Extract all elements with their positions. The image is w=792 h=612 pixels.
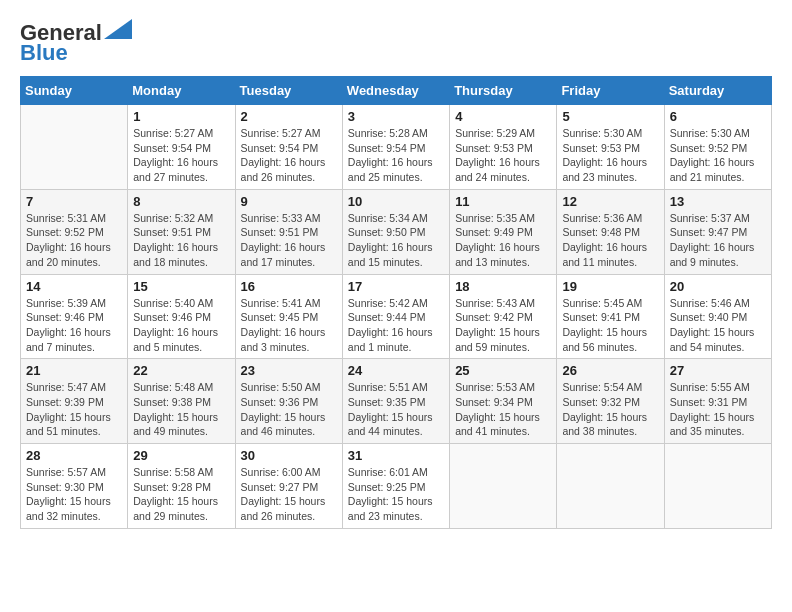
day-info: Sunrise: 5:36 AM Sunset: 9:48 PM Dayligh… <box>562 211 658 270</box>
day-cell: 7Sunrise: 5:31 AM Sunset: 9:52 PM Daylig… <box>21 189 128 274</box>
day-info: Sunrise: 5:54 AM Sunset: 9:32 PM Dayligh… <box>562 380 658 439</box>
day-cell: 16Sunrise: 5:41 AM Sunset: 9:45 PM Dayli… <box>235 274 342 359</box>
col-header-tuesday: Tuesday <box>235 77 342 105</box>
day-cell: 14Sunrise: 5:39 AM Sunset: 9:46 PM Dayli… <box>21 274 128 359</box>
day-info: Sunrise: 5:31 AM Sunset: 9:52 PM Dayligh… <box>26 211 122 270</box>
day-info: Sunrise: 5:34 AM Sunset: 9:50 PM Dayligh… <box>348 211 444 270</box>
day-number: 7 <box>26 194 122 209</box>
header-row: SundayMondayTuesdayWednesdayThursdayFrid… <box>21 77 772 105</box>
day-number: 20 <box>670 279 766 294</box>
day-number: 3 <box>348 109 444 124</box>
week-row-5: 28Sunrise: 5:57 AM Sunset: 9:30 PM Dayli… <box>21 444 772 529</box>
col-header-wednesday: Wednesday <box>342 77 449 105</box>
day-cell: 28Sunrise: 5:57 AM Sunset: 9:30 PM Dayli… <box>21 444 128 529</box>
day-cell: 12Sunrise: 5:36 AM Sunset: 9:48 PM Dayli… <box>557 189 664 274</box>
day-number: 4 <box>455 109 551 124</box>
day-number: 19 <box>562 279 658 294</box>
day-cell: 20Sunrise: 5:46 AM Sunset: 9:40 PM Dayli… <box>664 274 771 359</box>
calendar-table: SundayMondayTuesdayWednesdayThursdayFrid… <box>20 76 772 529</box>
day-cell: 30Sunrise: 6:00 AM Sunset: 9:27 PM Dayli… <box>235 444 342 529</box>
day-info: Sunrise: 6:01 AM Sunset: 9:25 PM Dayligh… <box>348 465 444 524</box>
day-number: 24 <box>348 363 444 378</box>
day-info: Sunrise: 5:27 AM Sunset: 9:54 PM Dayligh… <box>241 126 337 185</box>
day-number: 8 <box>133 194 229 209</box>
day-number: 29 <box>133 448 229 463</box>
day-info: Sunrise: 5:30 AM Sunset: 9:52 PM Dayligh… <box>670 126 766 185</box>
col-header-thursday: Thursday <box>450 77 557 105</box>
logo-blue: Blue <box>20 40 68 66</box>
day-info: Sunrise: 5:55 AM Sunset: 9:31 PM Dayligh… <box>670 380 766 439</box>
day-cell: 26Sunrise: 5:54 AM Sunset: 9:32 PM Dayli… <box>557 359 664 444</box>
day-cell: 5Sunrise: 5:30 AM Sunset: 9:53 PM Daylig… <box>557 105 664 190</box>
day-number: 9 <box>241 194 337 209</box>
day-info: Sunrise: 5:46 AM Sunset: 9:40 PM Dayligh… <box>670 296 766 355</box>
day-cell: 18Sunrise: 5:43 AM Sunset: 9:42 PM Dayli… <box>450 274 557 359</box>
logo: General Blue <box>20 20 132 66</box>
day-number: 1 <box>133 109 229 124</box>
day-number: 5 <box>562 109 658 124</box>
page-header: General Blue <box>20 20 772 66</box>
day-info: Sunrise: 5:53 AM Sunset: 9:34 PM Dayligh… <box>455 380 551 439</box>
day-info: Sunrise: 5:50 AM Sunset: 9:36 PM Dayligh… <box>241 380 337 439</box>
day-info: Sunrise: 5:47 AM Sunset: 9:39 PM Dayligh… <box>26 380 122 439</box>
day-number: 21 <box>26 363 122 378</box>
day-info: Sunrise: 6:00 AM Sunset: 9:27 PM Dayligh… <box>241 465 337 524</box>
day-number: 15 <box>133 279 229 294</box>
day-cell: 23Sunrise: 5:50 AM Sunset: 9:36 PM Dayli… <box>235 359 342 444</box>
day-info: Sunrise: 5:42 AM Sunset: 9:44 PM Dayligh… <box>348 296 444 355</box>
col-header-friday: Friday <box>557 77 664 105</box>
day-cell: 17Sunrise: 5:42 AM Sunset: 9:44 PM Dayli… <box>342 274 449 359</box>
col-header-monday: Monday <box>128 77 235 105</box>
day-number: 28 <box>26 448 122 463</box>
day-number: 2 <box>241 109 337 124</box>
day-info: Sunrise: 5:39 AM Sunset: 9:46 PM Dayligh… <box>26 296 122 355</box>
day-cell <box>450 444 557 529</box>
day-info: Sunrise: 5:29 AM Sunset: 9:53 PM Dayligh… <box>455 126 551 185</box>
day-number: 11 <box>455 194 551 209</box>
day-cell: 13Sunrise: 5:37 AM Sunset: 9:47 PM Dayli… <box>664 189 771 274</box>
day-cell: 19Sunrise: 5:45 AM Sunset: 9:41 PM Dayli… <box>557 274 664 359</box>
day-cell: 8Sunrise: 5:32 AM Sunset: 9:51 PM Daylig… <box>128 189 235 274</box>
day-info: Sunrise: 5:41 AM Sunset: 9:45 PM Dayligh… <box>241 296 337 355</box>
day-info: Sunrise: 5:45 AM Sunset: 9:41 PM Dayligh… <box>562 296 658 355</box>
day-cell <box>557 444 664 529</box>
day-info: Sunrise: 5:43 AM Sunset: 9:42 PM Dayligh… <box>455 296 551 355</box>
day-info: Sunrise: 5:51 AM Sunset: 9:35 PM Dayligh… <box>348 380 444 439</box>
week-row-1: 1Sunrise: 5:27 AM Sunset: 9:54 PM Daylig… <box>21 105 772 190</box>
day-number: 31 <box>348 448 444 463</box>
day-cell: 2Sunrise: 5:27 AM Sunset: 9:54 PM Daylig… <box>235 105 342 190</box>
day-number: 25 <box>455 363 551 378</box>
day-cell: 22Sunrise: 5:48 AM Sunset: 9:38 PM Dayli… <box>128 359 235 444</box>
day-info: Sunrise: 5:35 AM Sunset: 9:49 PM Dayligh… <box>455 211 551 270</box>
day-cell: 21Sunrise: 5:47 AM Sunset: 9:39 PM Dayli… <box>21 359 128 444</box>
day-number: 22 <box>133 363 229 378</box>
day-info: Sunrise: 5:58 AM Sunset: 9:28 PM Dayligh… <box>133 465 229 524</box>
day-number: 23 <box>241 363 337 378</box>
day-number: 27 <box>670 363 766 378</box>
day-number: 18 <box>455 279 551 294</box>
day-cell: 3Sunrise: 5:28 AM Sunset: 9:54 PM Daylig… <box>342 105 449 190</box>
day-cell: 4Sunrise: 5:29 AM Sunset: 9:53 PM Daylig… <box>450 105 557 190</box>
week-row-4: 21Sunrise: 5:47 AM Sunset: 9:39 PM Dayli… <box>21 359 772 444</box>
day-number: 10 <box>348 194 444 209</box>
day-cell: 6Sunrise: 5:30 AM Sunset: 9:52 PM Daylig… <box>664 105 771 190</box>
day-cell: 11Sunrise: 5:35 AM Sunset: 9:49 PM Dayli… <box>450 189 557 274</box>
svg-marker-0 <box>104 19 132 39</box>
day-cell: 25Sunrise: 5:53 AM Sunset: 9:34 PM Dayli… <box>450 359 557 444</box>
day-cell: 10Sunrise: 5:34 AM Sunset: 9:50 PM Dayli… <box>342 189 449 274</box>
day-cell: 1Sunrise: 5:27 AM Sunset: 9:54 PM Daylig… <box>128 105 235 190</box>
day-number: 14 <box>26 279 122 294</box>
day-info: Sunrise: 5:40 AM Sunset: 9:46 PM Dayligh… <box>133 296 229 355</box>
day-cell: 29Sunrise: 5:58 AM Sunset: 9:28 PM Dayli… <box>128 444 235 529</box>
day-info: Sunrise: 5:27 AM Sunset: 9:54 PM Dayligh… <box>133 126 229 185</box>
col-header-sunday: Sunday <box>21 77 128 105</box>
day-number: 12 <box>562 194 658 209</box>
day-info: Sunrise: 5:28 AM Sunset: 9:54 PM Dayligh… <box>348 126 444 185</box>
day-cell <box>664 444 771 529</box>
day-cell <box>21 105 128 190</box>
week-row-2: 7Sunrise: 5:31 AM Sunset: 9:52 PM Daylig… <box>21 189 772 274</box>
week-row-3: 14Sunrise: 5:39 AM Sunset: 9:46 PM Dayli… <box>21 274 772 359</box>
day-number: 17 <box>348 279 444 294</box>
day-cell: 24Sunrise: 5:51 AM Sunset: 9:35 PM Dayli… <box>342 359 449 444</box>
day-cell: 27Sunrise: 5:55 AM Sunset: 9:31 PM Dayli… <box>664 359 771 444</box>
